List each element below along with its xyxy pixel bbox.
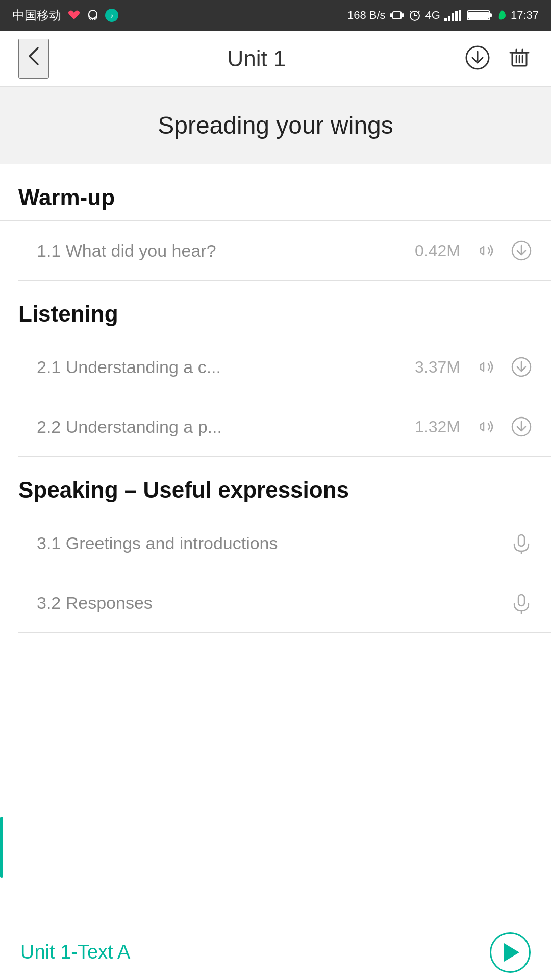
health-icon xyxy=(66,9,82,21)
back-button[interactable] xyxy=(18,39,49,79)
section-listening: Listening xyxy=(0,281,551,337)
ghost-icon xyxy=(87,9,99,21)
mic-icon[interactable] xyxy=(510,592,533,614)
section-speaking-header: Speaking – Useful expressions xyxy=(0,457,551,513)
play-triangle-icon xyxy=(504,943,519,962)
audio-icon[interactable] xyxy=(475,356,498,378)
item-2-2-size: 1.32M xyxy=(409,418,460,436)
svg-rect-14 xyxy=(455,11,458,21)
content-area: Warm-up 1.1 What did you hear? 0.42M Lis… xyxy=(0,164,551,633)
audio-icon[interactable] xyxy=(475,415,498,438)
svg-rect-11 xyxy=(444,18,447,21)
list-item[interactable]: 2.2 Understanding a p... 1.32M xyxy=(18,397,551,457)
svg-rect-18 xyxy=(490,13,492,17)
item-download-icon[interactable] xyxy=(510,415,533,438)
signal-icon xyxy=(444,10,463,21)
play-button[interactable] xyxy=(490,932,531,973)
item-2-1-icons xyxy=(475,356,533,378)
battery-icon xyxy=(467,9,492,21)
list-item[interactable]: 3.1 Greetings and introductions xyxy=(18,513,551,573)
list-item[interactable]: 2.1 Understanding a c... 3.37M xyxy=(18,337,551,397)
svg-line-10 xyxy=(418,11,419,13)
item-2-2-icons xyxy=(475,415,533,438)
list-item[interactable]: 1.1 What did you hear? 0.42M xyxy=(18,221,551,281)
svg-line-9 xyxy=(410,11,412,13)
item-download-icon[interactable] xyxy=(510,239,533,262)
svg-rect-15 xyxy=(459,10,461,21)
nav-bar: Unit 1 xyxy=(0,31,551,87)
left-accent-bar xyxy=(0,817,3,878)
item-2-1-label: 2.1 Understanding a c... xyxy=(37,357,409,377)
item-1-1-label: 1.1 What did you hear? xyxy=(37,241,409,261)
svg-rect-5 xyxy=(402,13,404,17)
item-3-2-label: 3.2 Responses xyxy=(37,593,444,613)
item-2-1-size: 3.37M xyxy=(409,358,460,377)
status-right: 168 B/s 4G 17:37 xyxy=(347,9,539,22)
item-1-1-icons xyxy=(475,239,533,262)
svg-rect-17 xyxy=(468,12,489,19)
svg-rect-32 xyxy=(518,535,524,546)
download-icon xyxy=(464,44,491,71)
download-button[interactable] xyxy=(464,44,491,72)
section-listening-header: Listening xyxy=(0,281,551,337)
svg-rect-13 xyxy=(452,13,454,21)
list-item[interactable]: 3.2 Responses xyxy=(18,573,551,633)
network-speed: 168 B/s xyxy=(347,9,386,22)
svg-point-0 xyxy=(89,10,97,18)
item-3-2-icons xyxy=(510,592,533,614)
leaf-icon xyxy=(496,9,507,21)
item-3-1-label: 3.1 Greetings and introductions xyxy=(37,533,444,553)
network-type: 4G xyxy=(425,9,440,22)
back-icon xyxy=(24,45,43,67)
alarm-icon xyxy=(408,9,421,22)
item-3-1-icons xyxy=(510,532,533,554)
unit-banner: Spreading your wings xyxy=(0,87,551,164)
svg-text:♪: ♪ xyxy=(110,11,114,19)
item-1-1-size: 0.42M xyxy=(409,241,460,260)
item-2-2-label: 2.2 Understanding a p... xyxy=(37,417,409,437)
carrier-text: 中国移动 xyxy=(12,7,61,23)
time: 17:37 xyxy=(511,9,539,22)
svg-rect-3 xyxy=(393,12,401,19)
section-warmup: Warm-up xyxy=(0,164,551,221)
status-left: 中国移动 ♪ xyxy=(12,7,119,23)
section-speaking: Speaking – Useful expressions xyxy=(0,457,551,513)
audio-icon[interactable] xyxy=(475,239,498,262)
section-warmup-header: Warm-up xyxy=(0,164,551,220)
svg-rect-12 xyxy=(448,16,450,21)
bottom-bar: Unit 1-Text A xyxy=(0,924,551,980)
trash-icon xyxy=(506,44,533,71)
mic-icon[interactable] xyxy=(510,532,533,554)
unit-subtitle: Spreading your wings xyxy=(158,112,393,139)
trash-button[interactable] xyxy=(506,44,533,72)
status-bar: 中国移动 ♪ 168 B/s 4G xyxy=(0,0,551,31)
nav-actions xyxy=(464,44,533,72)
item-download-icon[interactable] xyxy=(510,356,533,378)
headphone-icon: ♪ xyxy=(104,8,119,23)
now-playing-label: Unit 1-Text A xyxy=(20,941,130,963)
svg-rect-4 xyxy=(390,13,392,17)
page-title: Unit 1 xyxy=(228,46,286,71)
svg-rect-34 xyxy=(518,595,524,606)
vibration-icon xyxy=(390,10,404,21)
